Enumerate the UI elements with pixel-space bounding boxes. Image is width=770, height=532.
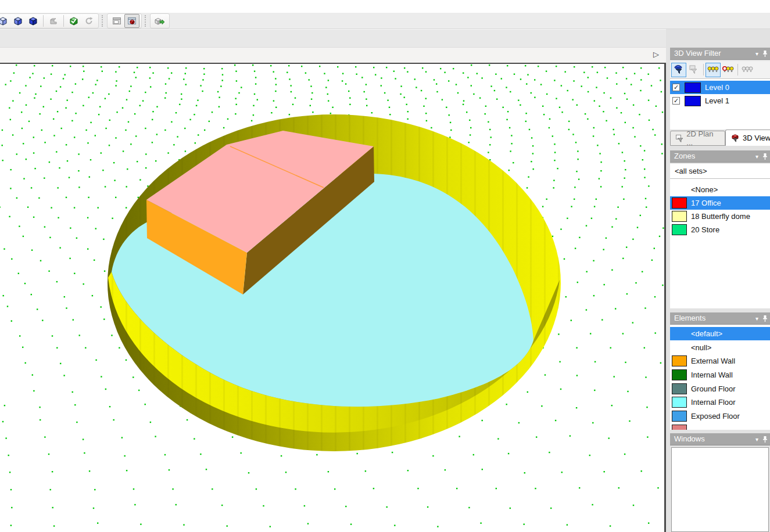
window-panel-icon[interactable] [109, 14, 124, 28]
panel-dropdown-icon[interactable]: ▾ [755, 48, 758, 60]
element-color-swatch [672, 425, 687, 430]
windows-title: Windows [674, 434, 705, 443]
toolbar-separator [703, 64, 704, 76]
element-row-partial[interactable] [670, 423, 770, 430]
toolbar-group-panels [107, 13, 142, 28]
3d-viewport[interactable] [0, 63, 666, 532]
zones-list: <None> 17 Office 18 Butterfly dome 20 St… [670, 179, 770, 308]
zone-row-none[interactable]: <None> [670, 183, 770, 196]
zone-set-filter[interactable]: <all sets> [670, 164, 770, 179]
pin-icon[interactable] [762, 315, 768, 322]
element-row-internal-floor[interactable]: Internal Floor [670, 396, 770, 409]
toolbar-dotted-separator [102, 15, 104, 27]
level-filter-icon[interactable] [671, 63, 686, 77]
elements-list: <default> <null> External Wall Internal … [670, 325, 770, 430]
toolbar-group-export [150, 13, 170, 28]
element-row-ground-floor[interactable]: Ground Floor [670, 382, 770, 396]
element-row-external-wall[interactable]: External Wall [670, 354, 770, 368]
element-color-swatch [672, 383, 687, 394]
dock-tabs: 2D Plan ... 3D View [670, 130, 770, 146]
tab-3d-view[interactable]: 3D View [725, 130, 770, 146]
element-color-swatch [672, 397, 687, 408]
level-color-swatch [685, 82, 701, 93]
windows-list[interactable] [671, 447, 769, 532]
element-color-swatch [672, 369, 687, 380]
zone-row-store[interactable]: 20 Store [670, 223, 770, 236]
lamps-none-icon[interactable] [740, 63, 755, 77]
extrude-block-icon[interactable] [46, 14, 61, 28]
view-filter-panel-header: 3D View Filter ▾ [670, 48, 770, 60]
right-dock: 3D View Filter ▾ ✓ Level 0 ✓ [666, 29, 770, 532]
tab-scroll-arrow-icon[interactable]: ▷ [653, 50, 659, 59]
toolbar-separator [43, 15, 44, 27]
level-color-swatch [685, 96, 701, 106]
zones-panel-header: Zones ▾ [670, 150, 770, 163]
element-color-swatch [672, 355, 687, 366]
pin-icon[interactable] [762, 436, 768, 443]
tab-2d-plan[interactable]: 2D Plan ... [670, 131, 725, 146]
toolbar-dotted-separator [145, 15, 147, 27]
toolbar-separator [63, 15, 64, 27]
element-row-null[interactable]: <null> [670, 341, 770, 354]
element-row-internal-wall[interactable]: Internal Wall [670, 368, 770, 382]
toolbar-spacer-strip [0, 29, 770, 48]
export-model-icon[interactable] [152, 14, 167, 28]
panel-dropdown-icon[interactable]: ▾ [755, 151, 758, 163]
view-filter-toolbar [670, 61, 770, 79]
zones-title: Zones [674, 152, 695, 160]
elements-title: Elements [674, 314, 705, 322]
panel-dropdown-icon[interactable]: ▾ [755, 434, 758, 445]
toolbar-group-view [0, 13, 99, 28]
view-filter-title: 3D View Filter [674, 49, 721, 57]
level-checkbox[interactable]: ✓ [672, 84, 680, 91]
main-toolbar [0, 13, 770, 29]
window-title-strip [0, 0, 770, 13]
toolbar-separator [737, 64, 738, 76]
windows-panel-header: Windows ▾ [670, 433, 770, 445]
level-checkbox[interactable]: ✓ [672, 97, 680, 105]
lamps-all-icon[interactable] [705, 63, 721, 77]
level-label: Level 0 [705, 83, 729, 92]
refresh-icon[interactable] [81, 14, 96, 28]
3d-view-icon [730, 134, 740, 142]
zone-filter-icon[interactable] [686, 63, 701, 77]
wireframe-cube-icon[interactable] [0, 14, 10, 28]
shaded-cube-icon[interactable] [10, 14, 26, 28]
elements-panel-header: Elements ▾ [670, 312, 770, 325]
element-color-swatch [672, 411, 687, 422]
element-row-default[interactable]: <default> [670, 327, 770, 340]
pin-icon[interactable] [762, 50, 768, 57]
2d-plan-icon [675, 134, 683, 143]
level-list: ✓ Level 0 ✓ Level 1 [670, 79, 770, 130]
red-cube-panel-icon[interactable] [124, 14, 139, 28]
level-label: Level 1 [705, 96, 729, 105]
solid-cube-icon[interactable] [26, 14, 41, 28]
zone-row-office[interactable]: 17 Office [670, 196, 770, 210]
level-row-1[interactable]: ✓ Level 1 [670, 94, 770, 107]
zone-row-butterfly-dome[interactable]: 18 Butterfly dome [670, 210, 770, 223]
lamps-some-icon[interactable] [721, 63, 736, 77]
element-row-exposed-floor[interactable]: Exposed Floor [670, 409, 770, 423]
scene-tabstrip: ▷ [0, 48, 666, 63]
panel-dropdown-icon[interactable]: ▾ [755, 313, 758, 325]
zone-color-swatch [672, 197, 687, 209]
validate-cube-icon[interactable] [66, 14, 81, 28]
pin-icon[interactable] [762, 153, 768, 160]
zone-color-swatch [672, 211, 687, 222]
level-row-0[interactable]: ✓ Level 0 [670, 81, 770, 94]
3d-scene[interactable] [0, 64, 664, 532]
zone-color-swatch [672, 224, 687, 235]
